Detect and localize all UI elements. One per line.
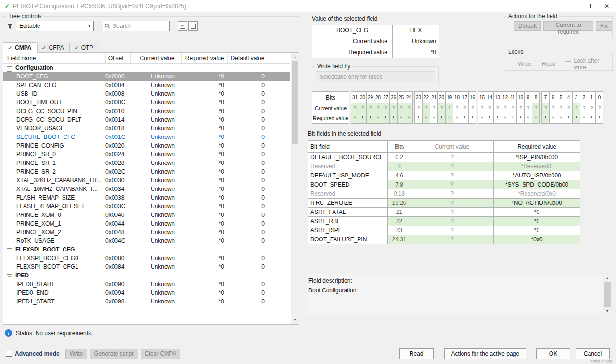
bit-required-21[interactable]: * [430, 113, 438, 124]
field-row-RoTK_USAGE[interactable]: RoTK_USAGE0x004CUnknown*00 [3, 237, 290, 245]
bitfield-row-BOOT_SPEED[interactable]: BOOT_SPEED7:8?*SYS_SPD_CODE/0b00 [308, 180, 580, 189]
collapse-icon[interactable]: − [7, 274, 12, 279]
bitfield-row-Reserved[interactable]: Reserved3?*Reserved/0 [308, 162, 580, 171]
bitfield-required[interactable]: *ISP_PIN/0b000 [494, 153, 580, 162]
field-row-VENDOR_USAGE[interactable]: VENDOR_USAGE0x0018Unknown*00 [3, 124, 290, 133]
bit-required-23[interactable]: * [414, 113, 423, 124]
bit-required-8[interactable]: * [532, 113, 540, 124]
scroll-thumb[interactable] [604, 282, 611, 307]
current-to-required-button[interactable]: Current to required [543, 21, 593, 31]
bit-current-26[interactable]: ? [389, 103, 398, 113]
bit-required-28[interactable]: * [374, 113, 382, 124]
field-row-FLEXSPI_BOOT_CFG0[interactable]: FLEXSPI_BOOT_CFG00x0080Unknown*00 [3, 254, 290, 263]
bit-current-23[interactable]: ? [414, 103, 423, 113]
bitfield-required[interactable]: *Reserved/0 [494, 162, 580, 171]
default-button[interactable]: Default [514, 21, 541, 31]
collapse-icon[interactable]: − [7, 248, 12, 253]
scroll-down-arrow[interactable]: ▼ [291, 316, 299, 324]
field-row-PRINCE_XOM_2[interactable]: PRINCE_XOM_20x0048Unknown*00 [3, 228, 290, 237]
bitfield-row-Reserved[interactable]: Reserved9:18?*Reserved/0x0 [308, 189, 580, 199]
tree-group-IPED[interactable]: −IPED [3, 271, 290, 280]
bit-required-16[interactable]: * [468, 113, 476, 124]
bit-current-28[interactable]: ? [374, 103, 382, 113]
bit-current-0[interactable]: ? [595, 103, 603, 113]
bit-required-19[interactable]: * [445, 113, 453, 124]
bit-current-4[interactable]: ? [565, 103, 573, 113]
bit-current-9[interactable]: ? [524, 103, 532, 113]
bitfield-required[interactable]: *NO_ACTION/0b00 [494, 199, 580, 208]
bit-required-20[interactable]: * [437, 113, 446, 124]
bit-current-10[interactable]: ? [516, 103, 525, 113]
scroll-thumb[interactable] [292, 61, 298, 144]
bitfield-required[interactable]: *0 [494, 208, 580, 217]
field-row-FLASH_REMAP_OFFSET[interactable]: FLASH_REMAP_OFFSET0x003CUnknown*00 [3, 202, 290, 211]
bit-required-25[interactable]: * [397, 113, 405, 124]
field-row-PRINCE_XOM_0[interactable]: PRINCE_XOM_00x0040Unknown*00 [3, 211, 290, 219]
bit-required-6[interactable]: * [549, 113, 557, 124]
collapse-icon[interactable]: − [7, 66, 12, 72]
bit-current-13[interactable]: ? [493, 103, 501, 113]
fix-button[interactable]: Fix [596, 21, 612, 31]
field-row-SECURE_BOOT_CFG[interactable]: SECURE_BOOT_CFG0x001CUnknown*00 [3, 133, 290, 141]
description-scrollbar[interactable]: ▲ ▼ [603, 274, 611, 315]
cancel-button[interactable]: Cancel [576, 348, 610, 359]
bit-required-2[interactable]: * [580, 113, 588, 124]
bitfield-required[interactable]: *0 [494, 226, 580, 235]
bit-required-22[interactable]: * [422, 113, 430, 124]
tab-otp[interactable]: ✓OTP [69, 43, 99, 52]
field-row-PRINCE_SR_0[interactable]: PRINCE_SR_00x0024Unknown*00 [3, 150, 290, 159]
field-row-USB_ID[interactable]: USB_ID0x0008Unknown*00 [3, 89, 290, 98]
minimize-button[interactable] [561, 0, 579, 12]
field-row-FLEXSPI_BOOT_CFG1[interactable]: FLEXSPI_BOOT_CFG10x0084Unknown*00 [3, 263, 290, 271]
bit-required-13[interactable]: * [493, 113, 501, 124]
bit-current-12[interactable]: ? [501, 103, 509, 113]
bit-current-16[interactable]: ? [468, 103, 476, 113]
scroll-down-arrow[interactable]: ▼ [603, 307, 611, 315]
tab-cmpa[interactable]: ✓CMPA [3, 42, 37, 53]
bit-current-17[interactable]: ? [461, 103, 469, 113]
column-header-4[interactable]: Default value [227, 53, 270, 63]
read-button[interactable]: Read [399, 348, 434, 359]
bit-required-24[interactable]: * [405, 113, 413, 124]
bit-required-18[interactable]: * [453, 113, 461, 124]
bitfield-required[interactable]: *Reserved/0x0 [494, 189, 580, 199]
field-row-IPED0_START[interactable]: IPED0_START0x0090Unknown*00 [3, 280, 290, 289]
bit-current-25[interactable]: ? [397, 103, 405, 113]
bit-current-6[interactable]: ? [549, 103, 557, 113]
bit-current-11[interactable]: ? [509, 103, 517, 113]
bit-required-17[interactable]: * [461, 113, 469, 124]
bit-required-27[interactable]: * [382, 113, 390, 124]
tree-group-FLEXSPI_BOOT_CFG[interactable]: −FLEXSPI_BOOT_CFG [3, 245, 290, 254]
required-value-cell[interactable]: *0 [393, 47, 439, 58]
bit-current-29[interactable]: ? [366, 103, 374, 113]
bit-current-24[interactable]: ? [405, 103, 413, 113]
bitfield-required[interactable]: *0x0 [494, 235, 580, 244]
field-row-PRINCE_XOM_1[interactable]: PRINCE_XOM_10x0044Unknown*00 [3, 219, 290, 228]
field-row-BOOT_CFG[interactable]: BOOT_CFG0x0000Unknown*00 [3, 72, 290, 81]
scroll-up-arrow[interactable]: ▲ [291, 53, 299, 61]
bitfield-required[interactable]: *0 [494, 217, 580, 226]
bitfield-required[interactable]: *SYS_SPD_CODE/0b00 [494, 180, 580, 189]
expand-all-button[interactable]: + [178, 21, 187, 31]
bit-current-22[interactable]: ? [422, 103, 430, 113]
column-header-0[interactable]: Field name [3, 53, 105, 63]
field-row-FLASH_REMAP_SIZE[interactable]: FLASH_REMAP_SIZE0x0038Unknown*00 [3, 193, 290, 202]
bitfield-row-ITRC_ZEROIZE[interactable]: ITRC_ZEROIZE19:20?*NO_ACTION/0b00 [308, 199, 580, 208]
bitfield-row-BOOT_FAILURE_PIN[interactable]: BOOT_FAILURE_PIN24:31?*0x0 [308, 235, 580, 244]
bit-required-12[interactable]: * [501, 113, 509, 124]
bit-required-1[interactable]: * [588, 113, 596, 124]
maximize-button[interactable] [579, 0, 598, 12]
bit-current-2[interactable]: ? [580, 103, 588, 113]
field-row-IPED1_START[interactable]: IPED1_START0x0098Unknown*00 [3, 297, 290, 306]
bit-current-3[interactable]: ? [572, 103, 580, 113]
bit-current-31[interactable]: ? [351, 103, 359, 113]
bit-current-14[interactable]: ? [486, 103, 494, 113]
tree-scrollbar[interactable]: ▲ ▼ [291, 53, 299, 324]
bit-required-7[interactable]: * [541, 113, 550, 124]
field-row-XTAL_32KHZ_CAPABANK_TR...[interactable]: XTAL_32KHZ_CAPABANK_TR...0x0030Unknown*0… [3, 176, 290, 185]
field-row-DCFG_CC_SOCU_PIN[interactable]: DCFG_CC_SOCU_PIN0x0010Unknown*00 [3, 107, 290, 115]
bitfield-row-DEFAULT_ISP_MODE[interactable]: DEFAULT_ISP_MODE4:6?*AUTO_ISP/0b000 [308, 171, 580, 180]
bit-required-9[interactable]: * [524, 113, 532, 124]
field-row-SPI_CAN_CFG[interactable]: SPI_CAN_CFG0x0004Unknown*00 [3, 81, 290, 89]
collapse-all-button[interactable]: − [188, 21, 198, 31]
